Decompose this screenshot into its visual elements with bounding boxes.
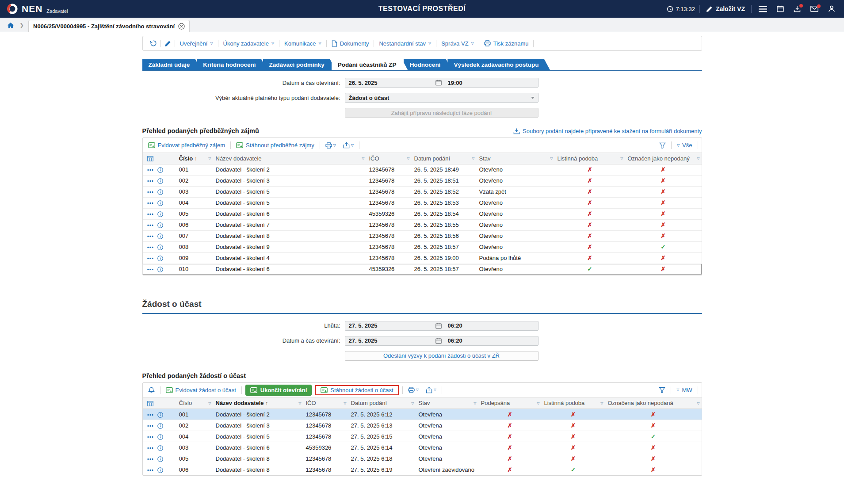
grid1-files-link[interactable]: Soubory podání najdete připravené ke sta… <box>513 128 702 134</box>
menu-uverejneni[interactable]: Uveřejnění▽ <box>175 40 218 47</box>
filter-caret-icon[interactable]: ▽ <box>537 401 539 405</box>
grid-settings-icon[interactable] <box>147 156 153 161</box>
row-menu-icon[interactable] <box>147 180 153 182</box>
row-info-icon[interactable] <box>157 267 163 272</box>
filter-caret-icon[interactable]: ▽ <box>474 401 476 405</box>
interest-row[interactable]: 007Dodavatel - školení 81234567826. 5. 2… <box>143 230 702 241</box>
row-info-icon[interactable] <box>157 467 163 473</box>
row-menu-icon[interactable] <box>147 235 153 237</box>
col-header-supplier[interactable]: Název dodavatele ↑▽ <box>213 398 303 409</box>
filter-caret-icon[interactable]: ▽ <box>411 401 414 405</box>
filter-caret-icon[interactable]: ▽ <box>344 401 346 405</box>
col-header-status[interactable]: Stav▽ <box>416 398 478 409</box>
menu-komunikace[interactable]: Komunikace▽ <box>279 40 326 47</box>
row-menu-icon[interactable] <box>147 246 153 248</box>
filter-button[interactable] <box>657 387 667 393</box>
history-button[interactable] <box>146 40 160 47</box>
request-row[interactable]: 004Dodavatel - školení 51234567827. 5. 2… <box>143 431 702 442</box>
watchdog-bell-button[interactable] <box>146 387 157 393</box>
filter-caret-icon[interactable]: ▽ <box>697 401 699 405</box>
request-row[interactable]: 005Dodavatel - školení 81234567827. 5. 2… <box>143 453 702 464</box>
row-info-icon[interactable] <box>157 211 163 217</box>
interest-row[interactable]: 001Dodavatel - školení 21234567826. 5. 2… <box>143 164 702 175</box>
menu-dokumenty[interactable]: Dokumenty <box>327 40 374 47</box>
finish-opening-button[interactable]: Ukončit otevírání <box>245 385 312 396</box>
filter-button[interactable] <box>657 142 668 149</box>
col-header-submitted[interactable]: Datum podání▽ <box>412 153 477 164</box>
col-header-not_submitted[interactable]: Označen jako nepodaný▽ <box>625 153 702 164</box>
filter-caret-icon[interactable]: ▽ <box>362 157 364 160</box>
filter-caret-icon[interactable]: ▽ <box>697 157 699 160</box>
filter-caret-icon[interactable]: ▽ <box>472 157 474 160</box>
messages-button[interactable] <box>808 4 821 14</box>
col-header-paper[interactable]: Listinná podoba▽ <box>542 398 605 409</box>
print-button[interactable]: ▽ <box>406 387 420 393</box>
register-interest-button[interactable]: Evidovat předběžný zájem <box>146 142 227 149</box>
row-info-icon[interactable] <box>157 178 163 184</box>
row-menu-icon[interactable] <box>147 436 153 438</box>
row-info-icon[interactable] <box>157 412 163 418</box>
filter-caret-icon[interactable]: ▽ <box>208 401 211 405</box>
tab-podani-ucastniku-zp[interactable]: Podání účastníků ZP <box>332 59 408 70</box>
row-menu-icon[interactable] <box>147 268 153 271</box>
interest-row[interactable]: 003Dodavatel - školení 51234567826. 5. 2… <box>143 186 702 197</box>
row-menu-icon[interactable] <box>147 202 153 204</box>
request-opening-date-input[interactable]: 27. 5. 2025 <box>345 337 433 344</box>
tab-hodnoceni[interactable]: Hodnocení <box>404 59 452 70</box>
view-preset-select[interactable]: ▽ MW <box>675 387 694 393</box>
view-preset-select[interactable]: ▽ Vše <box>675 142 694 149</box>
export-button[interactable]: ▽ <box>424 387 438 393</box>
row-menu-icon[interactable] <box>147 458 153 460</box>
col-header-not_submitted[interactable]: Označena jako nepodaná▽ <box>605 398 702 409</box>
request-row[interactable]: 006Dodavatel - školení 81234567827. 5. 2… <box>143 464 702 475</box>
print-button[interactable]: ▽ <box>324 142 338 149</box>
col-header-paper[interactable]: Listinná podoba▽ <box>555 153 625 164</box>
row-menu-icon[interactable] <box>147 425 153 427</box>
grid-settings-icon[interactable] <box>147 401 153 406</box>
interest-row[interactable]: 005Dodavatel - školení 64535932626. 5. 2… <box>143 208 702 219</box>
col-header-ico[interactable]: IČO▽ <box>367 153 412 164</box>
menu-tisk-zaznamu[interactable]: Tisk záznamu <box>479 40 534 47</box>
col-header-ico[interactable]: IČO▽ <box>303 398 348 409</box>
col-header-number[interactable]: Číslo▽ <box>176 398 213 409</box>
home-button[interactable] <box>4 22 17 32</box>
interest-row[interactable]: 010Dodavatel - školení 64535932626. 5. 2… <box>143 263 702 275</box>
row-menu-icon[interactable] <box>147 257 153 260</box>
col-header-submitted[interactable]: Datum podání▽ <box>348 398 416 409</box>
register-request-button[interactable]: Evidovat žádost o účast <box>164 387 238 393</box>
row-info-icon[interactable] <box>157 244 163 250</box>
row-menu-icon[interactable] <box>147 169 153 171</box>
deadline-time-input[interactable]: 06:20 <box>444 322 538 329</box>
row-info-icon[interactable] <box>157 256 163 261</box>
opening-time-input[interactable]: 19:00 <box>444 80 538 86</box>
col-header-signed[interactable]: Podepsána▽ <box>478 398 542 409</box>
request-opening-time-input[interactable]: 06:20 <box>444 337 538 344</box>
downloads-button[interactable] <box>791 4 803 14</box>
calendar-icon[interactable] <box>433 323 444 329</box>
deadline-date-input[interactable]: 27. 5. 2025 <box>345 322 433 329</box>
export-button[interactable]: ▽ <box>341 142 355 149</box>
row-menu-icon[interactable] <box>147 213 153 215</box>
row-menu-icon[interactable] <box>147 224 153 226</box>
opening-date-input[interactable]: 26. 5. 2025 <box>345 80 433 86</box>
calendar-button[interactable] <box>774 4 787 14</box>
interest-row[interactable]: 008Dodavatel - školení 91234567826. 5. 2… <box>143 241 702 252</box>
menu-ukony-zadavatele[interactable]: Úkony zadavatele▽ <box>218 40 279 47</box>
filter-caret-icon[interactable]: ▽ <box>208 157 211 160</box>
request-row[interactable]: 002Dodavatel - školení 31234567827. 5. 2… <box>143 420 702 431</box>
record-tab[interactable]: N006/25/V00004995 - Zajištění závodního … <box>28 20 190 32</box>
tab-zadavaci-podminky[interactable]: Zadávací podmínky <box>263 59 336 70</box>
menu-button[interactable] <box>756 4 770 14</box>
col-header-status[interactable]: Stav▽ <box>477 153 555 164</box>
calendar-icon[interactable] <box>433 338 444 344</box>
interest-row[interactable]: 006Dodavatel - školení 71234567826. 5. 2… <box>143 219 702 230</box>
menu-sprava-vz[interactable]: Správa VZ▽ <box>436 40 479 47</box>
filter-caret-icon[interactable]: ▽ <box>620 157 623 160</box>
menu-nestandardni-stav[interactable]: Nestandardní stav▽ <box>374 40 436 47</box>
row-menu-icon[interactable] <box>147 447 153 449</box>
edit-record-button[interactable] <box>161 40 175 47</box>
interest-row[interactable]: 002Dodavatel - školení 31234567826. 5. 2… <box>143 175 702 186</box>
nen-brand[interactable]: NEN Zadavatel <box>6 3 68 15</box>
close-record-icon[interactable] <box>178 23 185 30</box>
request-row[interactable]: 003Dodavatel - školení 64535932627. 5. 2… <box>143 442 702 453</box>
